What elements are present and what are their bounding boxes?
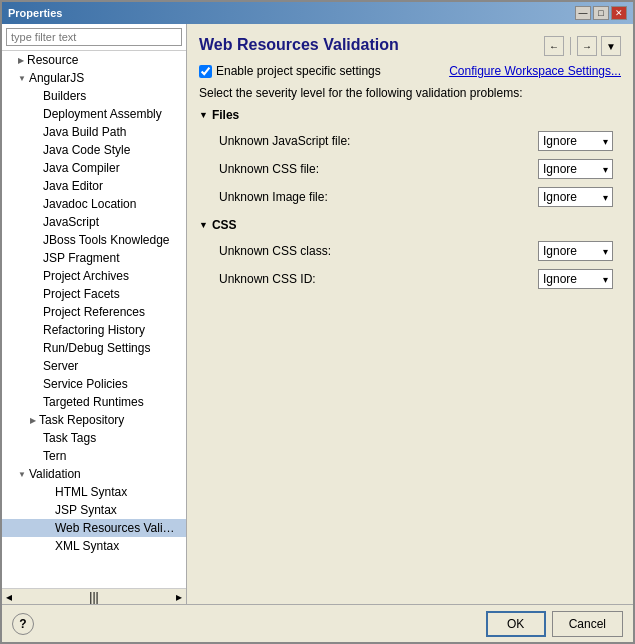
tree-arrow-icon: ▼ xyxy=(18,74,26,83)
tree-item[interactable]: Refactoring History xyxy=(2,321,186,339)
tree-item[interactable]: ▶Task Repository xyxy=(2,411,186,429)
maximize-button[interactable]: □ xyxy=(593,6,609,20)
scroll-indicator: ||| xyxy=(89,590,98,604)
tree-item-label: Validation xyxy=(29,467,81,481)
severity-dropdown[interactable]: Ignore▾ xyxy=(538,269,613,289)
tree-item[interactable]: Web Resources Vali… xyxy=(2,519,186,537)
tree-item[interactable]: Project References xyxy=(2,303,186,321)
menu-button[interactable]: ▼ xyxy=(601,36,621,56)
section-collapse-icon: ▼ xyxy=(199,220,208,230)
settings-row: Enable project specific settings Configu… xyxy=(199,64,621,78)
titlebar: Properties — □ ✕ xyxy=(2,2,633,24)
cancel-button[interactable]: Cancel xyxy=(552,611,623,637)
tree-item[interactable]: Java Compiler xyxy=(2,159,186,177)
tree-item[interactable]: Tern xyxy=(2,447,186,465)
tree-item[interactable]: JSP Fragment xyxy=(2,249,186,267)
tree-item-label: Project References xyxy=(43,305,145,319)
bottom-bar: ? OK Cancel xyxy=(2,604,633,642)
scroll-right[interactable]: ▸ xyxy=(176,590,182,604)
configure-link[interactable]: Configure Workspace Settings... xyxy=(449,64,621,78)
dropdown-arrow-icon: ▾ xyxy=(603,246,608,257)
toolbar: ← → ▼ xyxy=(544,36,621,56)
severity-text: Select the severity level for the follow… xyxy=(199,86,621,100)
validation-row-label: Unknown Image file: xyxy=(219,190,328,204)
tree-item[interactable]: ▼Validation xyxy=(2,465,186,483)
validation-section: ▼CSSUnknown CSS class:Ignore▾Unknown CSS… xyxy=(199,218,621,292)
tree-item[interactable]: Builders xyxy=(2,87,186,105)
tree-item-label: AngularJS xyxy=(29,71,84,85)
severity-dropdown[interactable]: Ignore▾ xyxy=(538,131,613,151)
section-collapse-icon: ▼ xyxy=(199,110,208,120)
tree-item-label: Java Code Style xyxy=(43,143,130,157)
ok-button[interactable]: OK xyxy=(486,611,546,637)
tree-item[interactable]: HTML Syntax xyxy=(2,483,186,501)
tree-item-label: Builders xyxy=(43,89,86,103)
sidebar: ▶Resource▼AngularJSBuildersDeployment As… xyxy=(2,24,187,604)
section-header[interactable]: ▼Files xyxy=(199,108,621,122)
tree-item-label: Server xyxy=(43,359,78,373)
validation-row: Unknown CSS class:Ignore▾ xyxy=(199,238,621,264)
close-button[interactable]: ✕ xyxy=(611,6,627,20)
dropdown-arrow-icon: ▾ xyxy=(603,192,608,203)
tree-item[interactable]: JSP Syntax xyxy=(2,501,186,519)
tree-item-label: HTML Syntax xyxy=(55,485,127,499)
tree-item[interactable]: ▼AngularJS xyxy=(2,69,186,87)
sidebar-scroll: ◂ ||| ▸ xyxy=(2,588,186,604)
help-button[interactable]: ? xyxy=(12,613,34,635)
tree-item[interactable]: Java Code Style xyxy=(2,141,186,159)
dropdown-value: Ignore xyxy=(543,190,577,204)
tree-item[interactable]: Targeted Runtimes xyxy=(2,393,186,411)
severity-dropdown[interactable]: Ignore▾ xyxy=(538,187,613,207)
tree-item[interactable]: XML Syntax xyxy=(2,537,186,555)
main-window: Properties — □ ✕ ▶Resource▼AngularJSBuil… xyxy=(0,0,635,644)
tree-item[interactable]: Project Facets xyxy=(2,285,186,303)
enable-checkbox[interactable] xyxy=(199,65,212,78)
severity-dropdown[interactable]: Ignore▾ xyxy=(538,159,613,179)
tree-item[interactable]: JBoss Tools Knowledge xyxy=(2,231,186,249)
tree-item[interactable]: Javadoc Location xyxy=(2,195,186,213)
tree-item[interactable]: Java Editor xyxy=(2,177,186,195)
tree-item[interactable]: Run/Debug Settings xyxy=(2,339,186,357)
tree-arrow-icon: ▶ xyxy=(30,416,36,425)
forward-button[interactable]: → xyxy=(577,36,597,56)
tree-item-label: Java Compiler xyxy=(43,161,120,175)
dropdown-value: Ignore xyxy=(543,272,577,286)
tree-item-label: JavaScript xyxy=(43,215,99,229)
tree-item-label: Service Policies xyxy=(43,377,128,391)
minimize-button[interactable]: — xyxy=(575,6,591,20)
tree-item-label: Java Editor xyxy=(43,179,103,193)
back-button[interactable]: ← xyxy=(544,36,564,56)
tree-item[interactable]: Project Archives xyxy=(2,267,186,285)
tree-item[interactable]: Server xyxy=(2,357,186,375)
tree-item-label: JBoss Tools Knowledge xyxy=(43,233,170,247)
main-header: Web Resources Validation ← → ▼ xyxy=(199,36,621,64)
section-header[interactable]: ▼CSS xyxy=(199,218,621,232)
tree-item-label: Web Resources Vali… xyxy=(55,521,175,535)
validation-row: Unknown CSS ID:Ignore▾ xyxy=(199,266,621,292)
tree-item-label: Targeted Runtimes xyxy=(43,395,144,409)
validation-row: Unknown JavaScript file:Ignore▾ xyxy=(199,128,621,154)
tree-item-label: Project Facets xyxy=(43,287,120,301)
page-title: Web Resources Validation xyxy=(199,36,399,54)
tree-item-label: Resource xyxy=(27,53,78,67)
tree-item-label: Refactoring History xyxy=(43,323,145,337)
tree-item[interactable]: Deployment Assembly xyxy=(2,105,186,123)
filter-input[interactable] xyxy=(6,28,182,46)
dropdown-value: Ignore xyxy=(543,134,577,148)
severity-dropdown[interactable]: Ignore▾ xyxy=(538,241,613,261)
main-panel: Web Resources Validation ← → ▼ Enable pr… xyxy=(187,24,633,604)
dropdown-value: Ignore xyxy=(543,162,577,176)
enable-label-text: Enable project specific settings xyxy=(216,64,381,78)
tree-item[interactable]: ▶Resource xyxy=(2,51,186,69)
sidebar-filter xyxy=(2,24,186,51)
tree-arrow-icon: ▶ xyxy=(18,56,24,65)
tree-item-label: Javadoc Location xyxy=(43,197,136,211)
tree-item[interactable]: Service Policies xyxy=(2,375,186,393)
validation-section: ▼FilesUnknown JavaScript file:Ignore▾Unk… xyxy=(199,108,621,210)
section-label: CSS xyxy=(212,218,237,232)
tree-item[interactable]: JavaScript xyxy=(2,213,186,231)
tree-item[interactable]: Task Tags xyxy=(2,429,186,447)
tree-item[interactable]: Java Build Path xyxy=(2,123,186,141)
scroll-left[interactable]: ◂ xyxy=(6,590,12,604)
tree-item-label: JSP Fragment xyxy=(43,251,119,265)
